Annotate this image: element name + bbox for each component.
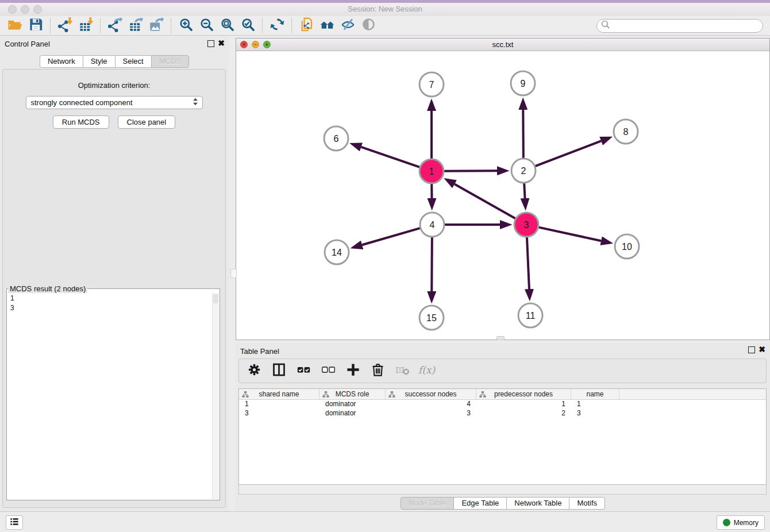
tab-network-table[interactable]: Network Table (506, 497, 569, 510)
search-input[interactable] (610, 20, 760, 32)
import-table-button[interactable] (75, 17, 96, 34)
cell-shared-name[interactable]: 1 (239, 400, 319, 409)
show-hidden-button[interactable] (358, 17, 379, 34)
tab-style[interactable]: Style (83, 55, 116, 68)
column-header-name[interactable]: name (571, 389, 619, 399)
edge-3-10[interactable] (538, 228, 601, 241)
edge-4-14[interactable] (362, 228, 420, 245)
export-table-button[interactable] (125, 17, 146, 34)
hide-selected-icon (340, 17, 356, 34)
open-session-button[interactable] (5, 17, 25, 34)
mcds-result-list: 1 3 (7, 293, 220, 314)
zoom-selected-button[interactable] (237, 17, 258, 34)
node-label-7: 7 (429, 80, 434, 90)
column-header-shared-name[interactable]: shared name (239, 389, 319, 399)
select-all-rows-button[interactable] (295, 363, 311, 379)
edge-4-15[interactable] (432, 237, 432, 291)
memory-label: Memory (734, 519, 759, 527)
result-scrollbar[interactable] (212, 293, 219, 499)
node-label-9: 9 (521, 79, 526, 88)
add-column-button[interactable] (345, 363, 361, 379)
zoom-out-icon (199, 17, 214, 34)
node-label-4: 4 (430, 220, 435, 230)
edge-1-6[interactable] (361, 147, 420, 167)
cell-predecessor-nodes[interactable]: 1 (476, 400, 571, 409)
tab-edge-table[interactable]: Edge Table (453, 497, 507, 510)
table-panel-float-icon[interactable] (748, 346, 755, 353)
criterion-select[interactable]: strongly connected component (26, 96, 203, 109)
cell-MCDS-role[interactable]: dominator (319, 400, 386, 409)
column-header-predecessor-nodes[interactable]: predecessor nodes (476, 389, 571, 399)
delete-column-button[interactable] (369, 363, 386, 379)
search-icon (600, 20, 610, 32)
toggle-columns-button[interactable] (271, 363, 287, 379)
show-all-networks-icon (319, 17, 335, 34)
tab-select[interactable]: Select (115, 55, 152, 68)
zoom-out-button[interactable] (196, 17, 217, 34)
tab-mcds[interactable]: MCDS (151, 55, 189, 68)
table-panel-close-icon[interactable]: ✖ (759, 345, 765, 354)
app-window: Session: New Session Control Panel ✖ Net… (0, 0, 770, 532)
optimization-criterion-label: Optimization criterion: (3, 81, 225, 90)
network-window-titlebar: × − + scc.txt (236, 38, 769, 51)
show-hidden-icon (361, 17, 376, 34)
search-field[interactable] (596, 19, 763, 33)
hide-selected-button[interactable] (337, 17, 358, 34)
edge-2-9[interactable] (523, 110, 523, 158)
edge-3-11[interactable] (527, 237, 529, 289)
node-label-2: 2 (521, 166, 526, 176)
cell-predecessor-nodes[interactable]: 2 (476, 409, 571, 418)
memory-button[interactable]: Memory (717, 515, 765, 530)
select-all-rows-icon (296, 362, 311, 380)
cell-MCDS-role[interactable]: dominator (319, 409, 386, 418)
mcds-panel: Optimization criterion: strongly connect… (2, 69, 226, 508)
zoom-in-button[interactable] (175, 17, 196, 34)
export-network-button[interactable] (105, 17, 125, 34)
horizontal-split-handle[interactable] (496, 336, 505, 340)
duplicate-network-button[interactable] (296, 17, 317, 34)
network-view-window: × − + scc.txt 7968124314101511 (236, 38, 770, 340)
control-panel-tabs: NetworkStyleSelectMCDS (0, 55, 229, 68)
table-row[interactable]: 3dominator323 (239, 409, 766, 418)
svg-text:f(x): f(x) (418, 364, 436, 376)
export-image-button[interactable] (146, 17, 167, 34)
cell-name[interactable]: 3 (571, 409, 619, 418)
control-panel-float-icon[interactable] (207, 40, 214, 47)
mcds-buttons: Run MCDS Close panel (3, 115, 225, 129)
network-canvas[interactable]: 7968124314101511 (236, 51, 769, 340)
edge-2-3[interactable] (524, 183, 525, 198)
vertical-split-handle[interactable] (230, 269, 237, 278)
column-header-MCDS-role[interactable]: MCDS role (319, 389, 386, 399)
run-mcds-button[interactable]: Run MCDS (53, 115, 109, 129)
network-window-title: scc.txt (236, 40, 769, 49)
node-label-3: 3 (524, 220, 529, 230)
edge-1-2[interactable] (444, 171, 497, 171)
node-label-1: 1 (429, 167, 434, 176)
close-panel-button[interactable]: Close panel (118, 115, 176, 129)
table-row[interactable]: 1dominator411 (239, 400, 766, 409)
save-session-button[interactable] (25, 17, 46, 34)
delete-column-icon (370, 362, 386, 380)
table-header-row: shared nameMCDS rolesuccessor nodesprede… (239, 389, 766, 400)
zoom-fit-button[interactable] (217, 17, 237, 34)
apply-layout-button[interactable] (267, 17, 287, 34)
column-header-successor-nodes[interactable]: successor nodes (386, 389, 476, 399)
tab-motifs[interactable]: Motifs (569, 497, 605, 510)
cell-successor-nodes[interactable]: 3 (386, 409, 476, 418)
cell-name[interactable]: 1 (571, 400, 619, 409)
table-body: 1dominator4113dominator323 (239, 400, 766, 418)
control-panel-close-icon[interactable]: ✖ (218, 38, 225, 48)
cell-shared-name[interactable]: 3 (239, 409, 319, 418)
show-all-networks-button[interactable] (317, 17, 337, 34)
table-hscrollbar[interactable] (238, 485, 767, 495)
table-panel: Table Panel ✖ f(x) shared nameMCDS roles… (236, 343, 770, 511)
tab-network[interactable]: Network (40, 55, 83, 68)
deselect-all-rows-button[interactable] (320, 363, 336, 379)
tab-node-table[interactable]: Node Table (401, 497, 455, 510)
cell-successor-nodes[interactable]: 4 (386, 400, 476, 409)
import-network-button[interactable] (55, 17, 75, 34)
edge-3-1[interactable] (455, 184, 515, 219)
edge-2-8[interactable] (536, 141, 601, 166)
task-history-button[interactable] (6, 515, 23, 530)
table-settings-button[interactable] (246, 363, 262, 379)
